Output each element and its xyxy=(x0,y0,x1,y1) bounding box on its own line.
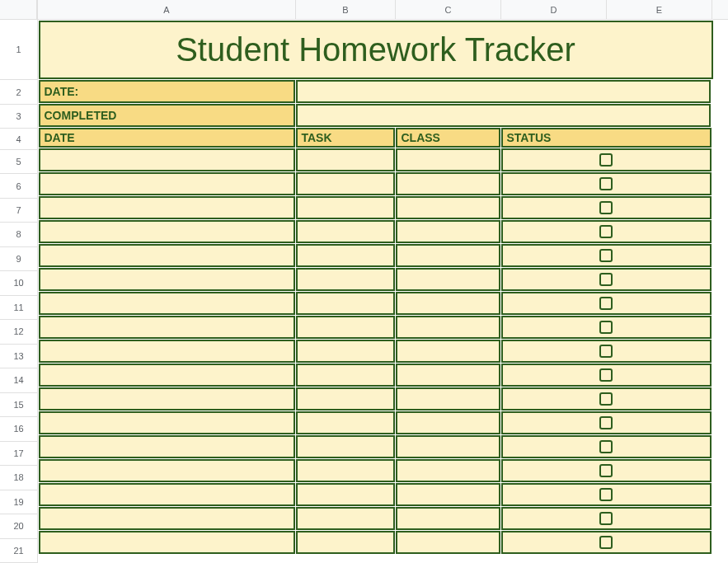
checkbox-icon[interactable] xyxy=(599,345,613,358)
status-cell[interactable] xyxy=(501,340,712,363)
status-cell[interactable] xyxy=(501,196,712,219)
column-header[interactable]: C xyxy=(396,0,501,19)
date-cell[interactable] xyxy=(39,220,295,243)
task-cell[interactable] xyxy=(296,316,395,339)
checkbox-icon[interactable] xyxy=(599,321,613,334)
date-cell[interactable] xyxy=(39,196,295,219)
date-cell[interactable] xyxy=(39,148,295,171)
date-cell[interactable] xyxy=(39,244,295,267)
row-header[interactable]: 13 xyxy=(0,345,37,368)
task-cell[interactable] xyxy=(296,172,395,195)
row-header[interactable]: 2 xyxy=(0,80,37,104)
class-cell[interactable] xyxy=(396,483,500,506)
date-cell[interactable] xyxy=(39,292,295,315)
date-cell[interactable] xyxy=(39,316,295,339)
task-cell[interactable] xyxy=(296,292,395,315)
class-cell[interactable] xyxy=(396,411,500,434)
class-cell[interactable] xyxy=(396,507,500,530)
row-header[interactable]: 7 xyxy=(0,199,37,223)
task-cell[interactable] xyxy=(296,220,395,243)
checkbox-icon[interactable] xyxy=(599,177,613,190)
class-cell[interactable] xyxy=(396,387,500,411)
date-cell[interactable] xyxy=(39,435,295,458)
corner-cell[interactable] xyxy=(0,0,37,20)
date-cell[interactable] xyxy=(39,531,295,554)
class-cell[interactable] xyxy=(396,531,500,554)
task-cell[interactable] xyxy=(296,531,395,554)
checkbox-icon[interactable] xyxy=(599,464,613,477)
date-cell[interactable] xyxy=(39,411,295,434)
row-header[interactable]: 4 xyxy=(0,129,37,150)
task-cell[interactable] xyxy=(296,196,395,219)
status-cell[interactable] xyxy=(501,411,712,434)
row-header[interactable]: 9 xyxy=(0,247,37,271)
status-cell[interactable] xyxy=(501,220,712,243)
class-cell[interactable] xyxy=(396,459,500,482)
column-header[interactable]: A xyxy=(38,0,296,19)
class-cell[interactable] xyxy=(396,172,500,195)
status-cell[interactable] xyxy=(501,483,712,506)
class-cell[interactable] xyxy=(396,292,500,315)
row-header[interactable]: 10 xyxy=(0,271,37,295)
completed-label-cell[interactable]: COMPLETED xyxy=(39,104,295,127)
header-class[interactable]: CLASS xyxy=(396,128,500,148)
checkbox-icon[interactable] xyxy=(599,297,613,310)
date-cell[interactable] xyxy=(39,364,295,387)
task-cell[interactable] xyxy=(296,507,395,530)
date-cell[interactable] xyxy=(39,387,295,411)
status-cell[interactable] xyxy=(501,172,712,195)
task-cell[interactable] xyxy=(296,411,395,434)
header-status[interactable]: STATUS xyxy=(501,128,712,148)
completed-value-cell[interactable] xyxy=(296,104,711,127)
date-label-cell[interactable]: DATE: xyxy=(39,80,295,103)
class-cell[interactable] xyxy=(396,435,500,458)
checkbox-icon[interactable] xyxy=(599,416,613,429)
date-cell[interactable] xyxy=(39,459,295,482)
row-header[interactable]: 6 xyxy=(0,174,37,198)
date-value-cell[interactable] xyxy=(296,80,711,103)
row-header[interactable]: 11 xyxy=(0,296,37,320)
checkbox-icon[interactable] xyxy=(599,225,613,238)
checkbox-icon[interactable] xyxy=(599,273,613,286)
date-cell[interactable] xyxy=(39,172,295,195)
checkbox-icon[interactable] xyxy=(599,488,613,501)
task-cell[interactable] xyxy=(296,340,395,363)
date-cell[interactable] xyxy=(39,507,295,530)
class-cell[interactable] xyxy=(396,364,500,387)
row-header[interactable]: 18 xyxy=(0,466,37,490)
class-cell[interactable] xyxy=(396,148,500,171)
row-header[interactable]: 8 xyxy=(0,223,37,246)
column-header[interactable]: B xyxy=(296,0,396,19)
status-cell[interactable] xyxy=(501,459,712,482)
row-header[interactable]: 16 xyxy=(0,417,37,441)
checkbox-icon[interactable] xyxy=(599,249,613,262)
checkbox-icon[interactable] xyxy=(599,512,613,525)
row-header[interactable]: 17 xyxy=(0,442,37,466)
class-cell[interactable] xyxy=(396,268,500,291)
status-cell[interactable] xyxy=(501,364,712,387)
title-cell[interactable]: Student Homework Tracker xyxy=(39,21,713,79)
row-header[interactable]: 5 xyxy=(0,150,37,174)
status-cell[interactable] xyxy=(501,148,712,171)
class-cell[interactable] xyxy=(396,244,500,267)
class-cell[interactable] xyxy=(396,340,500,363)
header-task[interactable]: TASK xyxy=(296,128,395,148)
status-cell[interactable] xyxy=(501,507,712,530)
status-cell[interactable] xyxy=(501,435,712,458)
date-cell[interactable] xyxy=(39,268,295,291)
task-cell[interactable] xyxy=(296,435,395,458)
task-cell[interactable] xyxy=(296,364,395,387)
row-header[interactable]: 21 xyxy=(0,539,37,563)
row-header[interactable]: 12 xyxy=(0,320,37,344)
date-cell[interactable] xyxy=(39,483,295,506)
class-cell[interactable] xyxy=(396,196,500,219)
checkbox-icon[interactable] xyxy=(599,153,613,167)
row-header[interactable]: 1 xyxy=(0,20,37,81)
row-header[interactable]: 14 xyxy=(0,368,37,392)
date-cell[interactable] xyxy=(39,340,295,363)
checkbox-icon[interactable] xyxy=(599,440,613,453)
checkbox-icon[interactable] xyxy=(599,201,613,214)
row-header[interactable]: 19 xyxy=(0,490,37,514)
column-header[interactable]: E xyxy=(607,0,712,19)
task-cell[interactable] xyxy=(296,459,395,482)
